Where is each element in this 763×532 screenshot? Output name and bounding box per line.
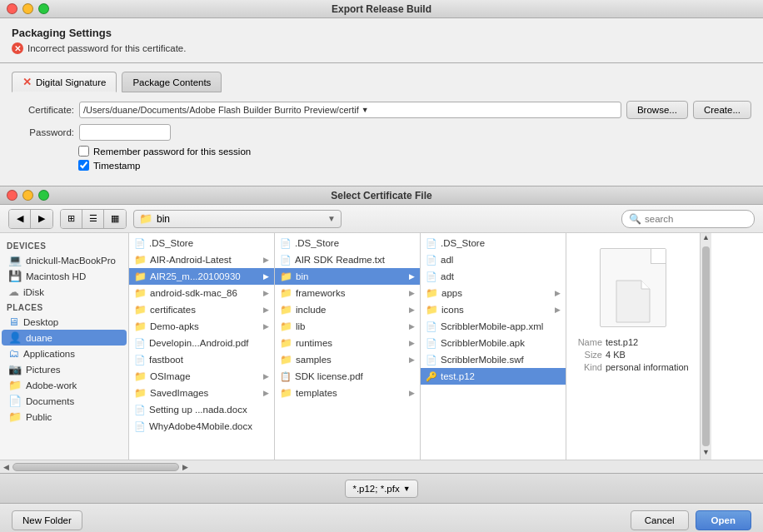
- scroll-thumb[interactable]: [12, 463, 179, 471]
- window-controls: [7, 3, 49, 14]
- file-item[interactable]: 📁samples▶: [275, 351, 420, 368]
- file-icon: 📄: [134, 238, 146, 249]
- sidebar-item-desktop[interactable]: 🖥 Desktop: [2, 314, 127, 330]
- cancel-button[interactable]: Cancel: [631, 510, 689, 530]
- scroll-left-button[interactable]: ◀: [3, 463, 9, 471]
- file-item[interactable]: 📄Setting up ...nada.docx: [129, 401, 274, 418]
- close-button[interactable]: [7, 3, 17, 14]
- preview-name-row: Name test.p12: [573, 337, 693, 347]
- file-column-1: 📄.DS_Store 📁AIR-Android-Latest▶ 📁AIR25_m…: [129, 233, 275, 460]
- file-item[interactable]: 📄adt: [421, 268, 566, 285]
- timestamp-row: Timestamp: [78, 160, 751, 171]
- folder-icon: 📷: [8, 363, 22, 375]
- column-view-button[interactable]: ▦: [104, 210, 126, 228]
- folder-icon: 📁: [134, 287, 147, 299]
- vertical-scrollbar[interactable]: ▲ ▼: [700, 233, 711, 460]
- dialog-title: Select Certificate File: [331, 190, 431, 201]
- list-view-button[interactable]: ☰: [82, 210, 104, 228]
- filter-dropdown[interactable]: *.p12; *.pfx ▼: [345, 480, 417, 498]
- file-item[interactable]: 📁OSImage▶: [129, 368, 274, 385]
- file-item[interactable]: 📄adl: [421, 251, 566, 268]
- folder-icon: 📁: [134, 370, 147, 382]
- file-item[interactable]: 📄ScribblerMobile.swf: [421, 351, 566, 368]
- remember-checkbox[interactable]: [78, 146, 89, 157]
- scroll-thumb[interactable]: [702, 246, 710, 446]
- tab-package-contents[interactable]: Package Contents: [122, 72, 222, 92]
- file-item[interactable]: 📄Developin...Android.pdf: [129, 335, 274, 351]
- file-item[interactable]: 📁SavedImages▶: [129, 385, 274, 401]
- sidebar-item-label: Documents: [26, 396, 74, 406]
- file-item[interactable]: 📄.DS_Store: [129, 235, 274, 251]
- search-input[interactable]: [645, 214, 747, 224]
- sidebar-item-pictures[interactable]: 📷 Pictures: [2, 361, 127, 377]
- timestamp-checkbox[interactable]: [78, 160, 89, 171]
- scroll-right-button[interactable]: ▶: [182, 463, 188, 471]
- file-item[interactable]: 📁icons▶: [421, 301, 566, 318]
- file-item[interactable]: 📄AIR SDK Readme.txt: [275, 251, 420, 268]
- dialog-close-button[interactable]: [7, 190, 17, 201]
- search-icon: 🔍: [629, 213, 641, 225]
- open-button[interactable]: Open: [696, 510, 751, 530]
- password-input[interactable]: [79, 124, 171, 141]
- file-item[interactable]: 📁frameworks▶: [275, 285, 420, 301]
- file-item[interactable]: 📋SDK license.pdf: [275, 368, 420, 385]
- folder-icon: 📁: [280, 304, 292, 316]
- preview-kind-label: Kind: [573, 362, 602, 372]
- footer-buttons: Cancel Open: [631, 510, 751, 530]
- file-item[interactable]: 📁lib▶: [275, 318, 420, 335]
- file-item[interactable]: 📄.DS_Store: [421, 235, 566, 251]
- dialog-minimize-button[interactable]: [22, 190, 33, 201]
- sidebar-item-documents[interactable]: 📄 Documents: [2, 393, 127, 409]
- preview-info: Name test.p12 Size 4 KB Kind personal in…: [573, 337, 693, 375]
- file-icon: 📄: [134, 405, 146, 415]
- file-item[interactable]: 📁templates▶: [275, 385, 420, 401]
- minimize-button[interactable]: [22, 3, 33, 14]
- file-item[interactable]: 📄fastboot: [129, 351, 274, 368]
- folder-icon: 📁: [280, 271, 292, 282]
- file-item[interactable]: 📁AIR25_m...20100930▶: [129, 268, 274, 285]
- folder-icon: 📁: [426, 304, 438, 316]
- file-item[interactable]: 📁runtimes▶: [275, 335, 420, 351]
- tab-digital-signature[interactable]: ✕ Digital Signature: [12, 72, 117, 92]
- folder-icon: 👤: [8, 331, 22, 344]
- file-item[interactable]: 📁certificates▶: [129, 301, 274, 318]
- preview-doc: [600, 248, 666, 327]
- file-item[interactable]: 📄ScribblerMobile-app.xml: [421, 318, 566, 335]
- scroll-up-button[interactable]: ▲: [701, 233, 711, 245]
- file-item[interactable]: 📄ScribblerMobile.apk: [421, 335, 566, 351]
- sidebar-item-public[interactable]: 📁 Public: [2, 409, 127, 425]
- back-button[interactable]: ◀: [9, 210, 31, 228]
- sidebar-item-idisk[interactable]: ☁ iDisk: [2, 284, 127, 300]
- file-item[interactable]: 📁bin▶: [275, 268, 420, 285]
- file-item[interactable]: 📁android-sdk-mac_86▶: [129, 285, 274, 301]
- certificate-input[interactable]: /Users/duane/Documents/Adobe Flash Build…: [79, 102, 621, 118]
- file-item[interactable]: 📁Demo-apks▶: [129, 318, 274, 335]
- dialog-window-controls: [7, 190, 49, 201]
- dialog-maximize-button[interactable]: [38, 190, 49, 201]
- forward-button[interactable]: ▶: [31, 210, 52, 228]
- file-item[interactable]: 📁AIR-Android-Latest▶: [129, 251, 274, 268]
- scroll-down-button[interactable]: ▼: [701, 448, 711, 460]
- sidebar-item-macintosh[interactable]: 💾 Macintosh HD: [2, 268, 127, 284]
- icon-view-button[interactable]: ⊞: [61, 210, 82, 228]
- maximize-button[interactable]: [38, 3, 49, 14]
- sidebar-item-macbookpro[interactable]: 💻 dnickull-MacBookPro: [2, 252, 127, 268]
- file-item[interactable]: 📁include▶: [275, 301, 420, 318]
- file-item[interactable]: 📁apps▶: [421, 285, 566, 301]
- sidebar-item-duane[interactable]: 👤 duane: [2, 330, 127, 346]
- new-folder-button[interactable]: New Folder: [12, 510, 82, 530]
- horizontal-scrollbar[interactable]: ◀ ▶: [0, 460, 763, 473]
- browse-button[interactable]: Browse...: [626, 101, 688, 119]
- file-item-test-p12[interactable]: 🔑test.p12: [421, 368, 566, 385]
- file-item[interactable]: 📄.DS_Store: [275, 235, 420, 251]
- view-buttons: ⊞ ☰ ▦: [60, 209, 127, 229]
- sidebar-item-adobe-work[interactable]: 📁 Adobe-work: [2, 377, 127, 393]
- file-icon: 📄: [280, 238, 292, 249]
- create-button[interactable]: Create...: [693, 101, 751, 119]
- file-item[interactable]: 📄WhyAdobe4Mobile.docx: [129, 418, 274, 435]
- location-dropdown[interactable]: 📁 bin ▼: [133, 210, 342, 228]
- pdf-icon: 📋: [280, 371, 292, 382]
- devices-header: DEVICES: [0, 238, 128, 252]
- sidebar-item-label: dnickull-MacBookPro: [26, 256, 116, 266]
- sidebar-item-applications[interactable]: 🗂 Applications: [2, 346, 127, 361]
